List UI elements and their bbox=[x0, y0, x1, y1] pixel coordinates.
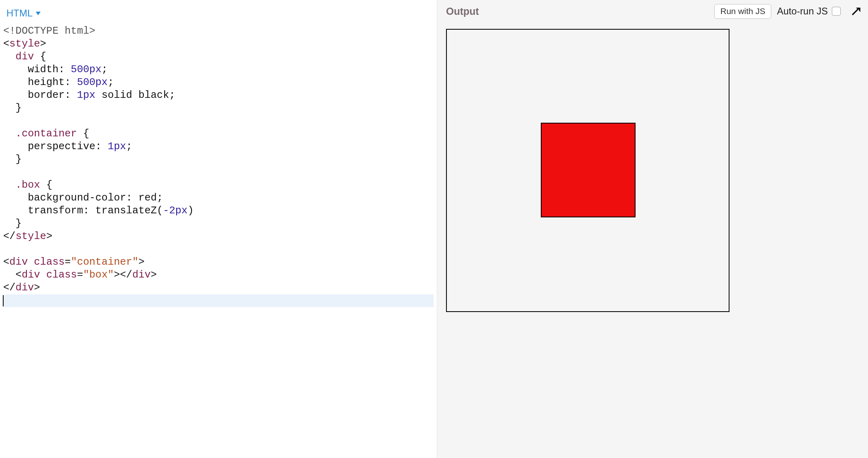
preview-container bbox=[446, 29, 729, 312]
code-token: = bbox=[77, 269, 83, 281]
code-token bbox=[96, 89, 102, 101]
code-token bbox=[3, 128, 16, 140]
code-token: red bbox=[139, 192, 157, 204]
code-line[interactable] bbox=[3, 294, 434, 307]
code-token: < bbox=[3, 38, 9, 50]
code-token bbox=[3, 51, 16, 63]
code-line[interactable]: perspective: 1px; bbox=[3, 140, 434, 153]
code-token: 500px bbox=[71, 64, 102, 75]
code-token: 500px bbox=[77, 77, 108, 88]
code-token: : bbox=[96, 141, 108, 152]
code-token: : bbox=[126, 192, 139, 204]
autorun-label: Auto-run JS bbox=[777, 6, 828, 17]
code-token: class bbox=[46, 269, 77, 281]
code-token: width bbox=[28, 64, 59, 75]
code-token: solid black bbox=[102, 89, 169, 101]
code-line[interactable]: } bbox=[3, 102, 434, 115]
code-token: .container bbox=[16, 128, 77, 140]
code-line[interactable]: div { bbox=[3, 51, 434, 63]
app-root: HTML <!DOCTYPE html><style> div { width:… bbox=[0, 0, 868, 458]
code-editor[interactable]: <!DOCTYPE html><style> div { width: 500p… bbox=[0, 22, 437, 458]
language-label: HTML bbox=[6, 8, 33, 19]
code-token: < bbox=[3, 256, 9, 268]
code-token: ; bbox=[102, 64, 108, 75]
code-token: <!DOCTYPE html> bbox=[3, 25, 96, 37]
chevron-down-icon bbox=[35, 11, 41, 16]
code-token bbox=[40, 269, 46, 281]
code-line[interactable]: } bbox=[3, 217, 434, 230]
code-line[interactable]: <!DOCTYPE html> bbox=[3, 25, 434, 38]
code-line[interactable]: background-color: red; bbox=[3, 192, 434, 205]
code-line[interactable]: border: 1px solid black; bbox=[3, 89, 434, 102]
code-token: : bbox=[65, 77, 77, 88]
code-line[interactable] bbox=[3, 243, 434, 256]
autorun-toggle[interactable]: Auto-run JS bbox=[777, 6, 841, 17]
run-button[interactable]: Run with JS bbox=[714, 4, 771, 19]
code-line[interactable]: width: 500px; bbox=[3, 63, 434, 76]
code-token: } bbox=[3, 218, 22, 229]
code-line[interactable]: <div class="box"></div> bbox=[3, 269, 434, 282]
code-token: div bbox=[9, 256, 28, 268]
output-body bbox=[437, 22, 868, 458]
language-dropdown[interactable]: HTML bbox=[6, 8, 41, 19]
code-token: ( bbox=[157, 205, 163, 217]
code-token: div bbox=[16, 282, 34, 294]
code-token: < bbox=[3, 269, 22, 281]
code-token: style bbox=[9, 38, 40, 50]
code-token: 1px bbox=[108, 141, 126, 152]
code-token bbox=[3, 205, 28, 217]
code-token: : bbox=[65, 89, 77, 101]
code-token bbox=[3, 179, 16, 191]
code-line[interactable] bbox=[3, 166, 434, 179]
code-line[interactable]: <div class="container"> bbox=[3, 256, 434, 269]
code-token: "box" bbox=[83, 269, 114, 281]
code-token: } bbox=[3, 154, 22, 165]
code-token: < bbox=[3, 231, 9, 242]
autorun-checkbox[interactable] bbox=[832, 7, 841, 16]
code-line[interactable]: } bbox=[3, 153, 434, 166]
code-token bbox=[3, 192, 28, 204]
code-token bbox=[3, 77, 28, 88]
code-line[interactable]: transform: translateZ(-2px) bbox=[3, 205, 434, 217]
code-token bbox=[3, 141, 28, 152]
code-token: } bbox=[3, 102, 22, 114]
code-token bbox=[3, 89, 28, 101]
code-token: </ bbox=[3, 282, 16, 294]
code-line[interactable]: <style> bbox=[3, 38, 434, 51]
code-token: / bbox=[9, 231, 15, 242]
code-line[interactable]: .box { bbox=[3, 179, 434, 192]
code-token: ; bbox=[108, 77, 114, 88]
code-token: height bbox=[28, 77, 65, 88]
code-token: -2px bbox=[163, 205, 187, 217]
code-token: background-color bbox=[28, 192, 126, 204]
code-token: border bbox=[28, 89, 65, 101]
code-token: class bbox=[34, 256, 65, 268]
code-token: ></ bbox=[114, 269, 132, 281]
code-line[interactable]: height: 500px; bbox=[3, 76, 434, 89]
editor-pane: HTML <!DOCTYPE html><style> div { width:… bbox=[0, 0, 437, 458]
code-token: ; bbox=[157, 192, 163, 204]
code-token: > bbox=[34, 282, 40, 294]
expand-icon[interactable] bbox=[850, 6, 862, 17]
code-token bbox=[3, 64, 28, 75]
code-line[interactable]: .container { bbox=[3, 128, 434, 140]
code-token: transform bbox=[28, 205, 83, 217]
code-token: 1px bbox=[77, 89, 96, 101]
output-title: Output bbox=[446, 6, 479, 17]
code-token: > bbox=[151, 269, 157, 281]
code-token: div bbox=[16, 51, 34, 63]
text-cursor bbox=[3, 295, 4, 306]
code-token: : bbox=[59, 64, 71, 75]
code-token: perspective bbox=[28, 141, 95, 152]
output-header: Output Run with JS Auto-run JS bbox=[437, 0, 868, 22]
code-token: { bbox=[40, 179, 53, 191]
code-token: "container" bbox=[71, 256, 138, 268]
code-line[interactable]: </style> bbox=[3, 230, 434, 243]
code-line[interactable]: </div> bbox=[3, 282, 434, 294]
code-token: ; bbox=[169, 89, 175, 101]
svg-marker-0 bbox=[36, 12, 41, 15]
output-pane: Output Run with JS Auto-run JS bbox=[437, 0, 868, 458]
code-token bbox=[28, 256, 34, 268]
code-token: div bbox=[22, 269, 40, 281]
code-line[interactable] bbox=[3, 115, 434, 128]
